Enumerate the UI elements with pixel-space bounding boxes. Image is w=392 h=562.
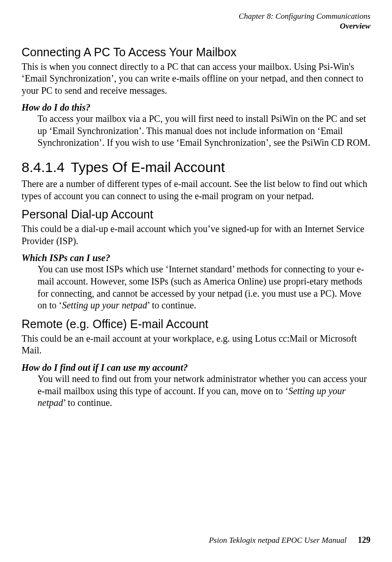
heading-text: Types Of E-mail Account bbox=[71, 159, 225, 175]
question-label: How do I do this? bbox=[22, 102, 370, 113]
footer-title: Psion Teklogix netpad EPOC User Manual bbox=[209, 536, 347, 545]
answer-ital: Setting up your netpad bbox=[62, 300, 147, 310]
answer-text: To access your mailbox via a PC, you wil… bbox=[38, 113, 370, 149]
heading-number: 8.4.1.4 bbox=[22, 159, 71, 175]
running-header: Chapter 8: Configuring Communications Ov… bbox=[22, 11, 370, 31]
question-label: How do I find out if I can use my accoun… bbox=[22, 362, 370, 373]
page: Chapter 8: Configuring Communications Ov… bbox=[0, 0, 392, 562]
body-text: There are a number of different types of… bbox=[22, 178, 370, 202]
body-text: This could be an e-mail account at your … bbox=[22, 333, 370, 357]
heading-remote-email: Remote (e.g. Office) E-mail Account bbox=[22, 317, 370, 331]
page-number: 129 bbox=[358, 535, 370, 545]
running-footer: Psion Teklogix netpad EPOC User Manual12… bbox=[209, 535, 370, 545]
answer-post: ’ to continue. bbox=[147, 300, 196, 310]
header-chapter: Chapter 8: Configuring Communications bbox=[22, 11, 370, 21]
header-section: Overview bbox=[22, 21, 370, 31]
heading-types-of-email: 8.4.1.4Types Of E-mail Account bbox=[22, 159, 370, 175]
body-text: This is when you connect directly to a P… bbox=[22, 61, 370, 97]
answer-text: You can use most ISPs which use ‘Interne… bbox=[38, 263, 370, 311]
answer-text: You will need to find out from your netw… bbox=[38, 373, 370, 409]
heading-connecting-pc: Connecting A PC To Access Your Mailbox bbox=[22, 45, 370, 59]
body-text: This could be a dial-up e-mail account w… bbox=[22, 223, 370, 247]
answer-post: ’ to continue. bbox=[63, 397, 112, 408]
question-label: Which ISPs can I use? bbox=[22, 253, 370, 263]
heading-personal-dialup: Personal Dial-up Account bbox=[22, 208, 370, 221]
